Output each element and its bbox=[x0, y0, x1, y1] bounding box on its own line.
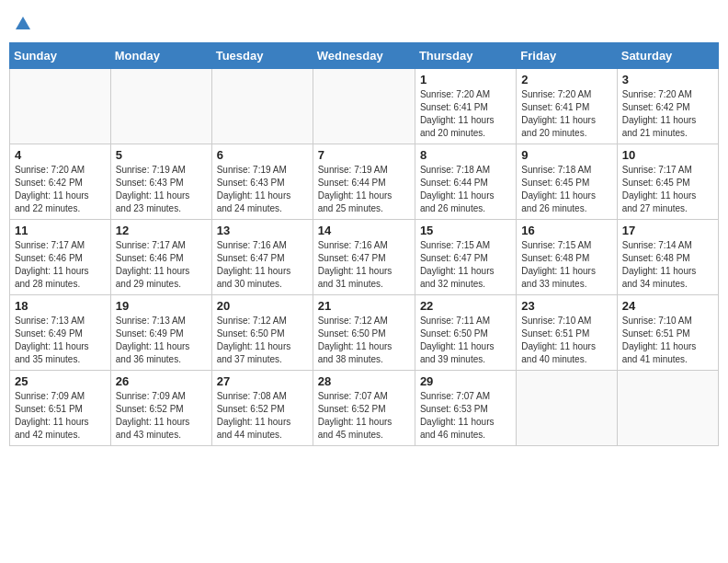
day-number: 20 bbox=[217, 299, 308, 313]
day-info: Sunrise: 7:14 AM Sunset: 6:48 PM Dayligh… bbox=[622, 239, 713, 291]
calendar-cell: 20Sunrise: 7:12 AM Sunset: 6:50 PM Dayli… bbox=[211, 294, 313, 370]
calendar-cell: 18Sunrise: 7:13 AM Sunset: 6:49 PM Dayli… bbox=[10, 294, 111, 370]
calendar-cell: 25Sunrise: 7:09 AM Sunset: 6:51 PM Dayli… bbox=[10, 370, 111, 445]
day-number: 16 bbox=[521, 224, 611, 237]
day-info: Sunrise: 7:20 AM Sunset: 6:42 PM Dayligh… bbox=[622, 88, 713, 140]
day-info: Sunrise: 7:13 AM Sunset: 6:49 PM Dayligh… bbox=[116, 315, 207, 366]
day-number: 17 bbox=[622, 224, 713, 237]
calendar-cell bbox=[617, 370, 718, 445]
calendar-cell: 8Sunrise: 7:18 AM Sunset: 6:44 PM Daylig… bbox=[415, 144, 516, 219]
day-info: Sunrise: 7:16 AM Sunset: 6:47 PM Dayligh… bbox=[318, 239, 410, 291]
calendar-cell: 6Sunrise: 7:19 AM Sunset: 6:43 PM Daylig… bbox=[211, 144, 313, 219]
calendar-cell: 4Sunrise: 7:20 AM Sunset: 6:42 PM Daylig… bbox=[10, 144, 111, 219]
day-info: Sunrise: 7:12 AM Sunset: 6:50 PM Dayligh… bbox=[318, 315, 410, 366]
calendar-cell: 16Sunrise: 7:15 AM Sunset: 6:48 PM Dayli… bbox=[517, 219, 617, 294]
day-info: Sunrise: 7:19 AM Sunset: 6:44 PM Dayligh… bbox=[318, 164, 410, 215]
day-number: 3 bbox=[622, 73, 713, 86]
calendar-cell: 14Sunrise: 7:16 AM Sunset: 6:47 PM Dayli… bbox=[313, 219, 415, 294]
day-info: Sunrise: 7:10 AM Sunset: 6:51 PM Dayligh… bbox=[622, 315, 713, 366]
calendar-cell: 19Sunrise: 7:13 AM Sunset: 6:49 PM Dayli… bbox=[110, 294, 211, 370]
day-number: 21 bbox=[318, 299, 410, 313]
day-number: 29 bbox=[420, 374, 511, 388]
day-info: Sunrise: 7:20 AM Sunset: 6:41 PM Dayligh… bbox=[521, 88, 611, 140]
day-number: 22 bbox=[420, 299, 511, 313]
calendar-header-row: SundayMondayTuesdayWednesdayThursdayFrid… bbox=[10, 42, 719, 68]
day-info: Sunrise: 7:09 AM Sunset: 6:52 PM Dayligh… bbox=[116, 390, 207, 442]
day-number: 1 bbox=[420, 73, 511, 86]
day-number: 8 bbox=[420, 148, 511, 162]
calendar-cell: 17Sunrise: 7:14 AM Sunset: 6:48 PM Dayli… bbox=[617, 219, 718, 294]
calendar-cell: 22Sunrise: 7:11 AM Sunset: 6:50 PM Dayli… bbox=[415, 294, 516, 370]
calendar-table: SundayMondayTuesdayWednesdayThursdayFrid… bbox=[9, 42, 719, 446]
calendar-cell: 9Sunrise: 7:18 AM Sunset: 6:45 PM Daylig… bbox=[517, 144, 617, 219]
day-info: Sunrise: 7:17 AM Sunset: 6:46 PM Dayligh… bbox=[116, 239, 207, 291]
col-header-tuesday: Tuesday bbox=[211, 42, 313, 68]
calendar-cell: 21Sunrise: 7:12 AM Sunset: 6:50 PM Dayli… bbox=[313, 294, 415, 370]
day-number: 26 bbox=[116, 374, 207, 388]
day-info: Sunrise: 7:19 AM Sunset: 6:43 PM Dayligh… bbox=[217, 164, 308, 215]
calendar-cell bbox=[10, 68, 111, 144]
calendar-cell: 11Sunrise: 7:17 AM Sunset: 6:46 PM Dayli… bbox=[10, 219, 111, 294]
col-header-saturday: Saturday bbox=[617, 42, 718, 68]
calendar-cell: 28Sunrise: 7:07 AM Sunset: 6:52 PM Dayli… bbox=[313, 370, 415, 445]
calendar-cell bbox=[110, 68, 211, 144]
day-info: Sunrise: 7:12 AM Sunset: 6:50 PM Dayligh… bbox=[217, 315, 308, 366]
calendar-cell: 23Sunrise: 7:10 AM Sunset: 6:51 PM Dayli… bbox=[517, 294, 617, 370]
calendar-cell: 27Sunrise: 7:08 AM Sunset: 6:52 PM Dayli… bbox=[211, 370, 313, 445]
col-header-wednesday: Wednesday bbox=[313, 42, 415, 68]
calendar-cell: 13Sunrise: 7:16 AM Sunset: 6:47 PM Dayli… bbox=[211, 219, 313, 294]
calendar-week-row: 4Sunrise: 7:20 AM Sunset: 6:42 PM Daylig… bbox=[10, 144, 719, 219]
day-info: Sunrise: 7:20 AM Sunset: 6:41 PM Dayligh… bbox=[420, 88, 511, 140]
calendar-cell bbox=[211, 68, 313, 144]
calendar-cell: 15Sunrise: 7:15 AM Sunset: 6:47 PM Dayli… bbox=[415, 219, 516, 294]
calendar-cell: 24Sunrise: 7:10 AM Sunset: 6:51 PM Dayli… bbox=[617, 294, 718, 370]
day-info: Sunrise: 7:10 AM Sunset: 6:51 PM Dayligh… bbox=[521, 315, 611, 366]
day-number: 18 bbox=[15, 299, 106, 313]
day-number: 13 bbox=[217, 224, 308, 237]
calendar-week-row: 11Sunrise: 7:17 AM Sunset: 6:46 PM Dayli… bbox=[10, 219, 719, 294]
calendar-cell: 5Sunrise: 7:19 AM Sunset: 6:43 PM Daylig… bbox=[110, 144, 211, 219]
col-header-friday: Friday bbox=[517, 42, 617, 68]
day-info: Sunrise: 7:19 AM Sunset: 6:43 PM Dayligh… bbox=[116, 164, 207, 215]
col-header-thursday: Thursday bbox=[415, 42, 516, 68]
day-number: 12 bbox=[116, 224, 207, 237]
day-info: Sunrise: 7:11 AM Sunset: 6:50 PM Dayligh… bbox=[420, 315, 511, 366]
day-number: 15 bbox=[420, 224, 511, 237]
day-number: 14 bbox=[318, 224, 410, 237]
col-header-sunday: Sunday bbox=[10, 42, 111, 68]
calendar-cell bbox=[517, 370, 617, 445]
day-info: Sunrise: 7:20 AM Sunset: 6:42 PM Dayligh… bbox=[15, 164, 106, 215]
calendar-cell bbox=[313, 68, 415, 144]
calendar-cell: 29Sunrise: 7:07 AM Sunset: 6:53 PM Dayli… bbox=[415, 370, 516, 445]
day-number: 23 bbox=[521, 299, 611, 313]
day-info: Sunrise: 7:15 AM Sunset: 6:47 PM Dayligh… bbox=[420, 239, 511, 291]
calendar-week-row: 25Sunrise: 7:09 AM Sunset: 6:51 PM Dayli… bbox=[10, 370, 719, 445]
calendar-cell: 10Sunrise: 7:17 AM Sunset: 6:45 PM Dayli… bbox=[617, 144, 718, 219]
calendar-cell: 7Sunrise: 7:19 AM Sunset: 6:44 PM Daylig… bbox=[313, 144, 415, 219]
day-info: Sunrise: 7:17 AM Sunset: 6:46 PM Dayligh… bbox=[15, 239, 106, 291]
day-number: 11 bbox=[15, 224, 106, 237]
calendar-week-row: 18Sunrise: 7:13 AM Sunset: 6:49 PM Dayli… bbox=[10, 294, 719, 370]
day-info: Sunrise: 7:09 AM Sunset: 6:51 PM Dayligh… bbox=[15, 390, 106, 442]
calendar-cell: 1Sunrise: 7:20 AM Sunset: 6:41 PM Daylig… bbox=[415, 68, 516, 144]
day-number: 28 bbox=[318, 374, 410, 388]
day-number: 25 bbox=[15, 374, 106, 388]
calendar-cell: 3Sunrise: 7:20 AM Sunset: 6:42 PM Daylig… bbox=[617, 68, 718, 144]
day-number: 7 bbox=[318, 148, 410, 162]
day-info: Sunrise: 7:18 AM Sunset: 6:44 PM Dayligh… bbox=[420, 164, 511, 215]
logo bbox=[13, 15, 31, 35]
day-number: 9 bbox=[521, 148, 611, 162]
day-info: Sunrise: 7:17 AM Sunset: 6:45 PM Dayligh… bbox=[622, 164, 713, 215]
header bbox=[9, 9, 719, 35]
day-info: Sunrise: 7:18 AM Sunset: 6:45 PM Dayligh… bbox=[521, 164, 611, 215]
day-info: Sunrise: 7:16 AM Sunset: 6:47 PM Dayligh… bbox=[217, 239, 308, 291]
calendar-cell: 2Sunrise: 7:20 AM Sunset: 6:41 PM Daylig… bbox=[517, 68, 617, 144]
day-number: 4 bbox=[15, 148, 106, 162]
day-info: Sunrise: 7:08 AM Sunset: 6:52 PM Dayligh… bbox=[217, 390, 308, 442]
day-number: 6 bbox=[217, 148, 308, 162]
calendar-cell: 12Sunrise: 7:17 AM Sunset: 6:46 PM Dayli… bbox=[110, 219, 211, 294]
day-info: Sunrise: 7:13 AM Sunset: 6:49 PM Dayligh… bbox=[15, 315, 106, 366]
day-info: Sunrise: 7:07 AM Sunset: 6:52 PM Dayligh… bbox=[318, 390, 410, 442]
day-info: Sunrise: 7:15 AM Sunset: 6:48 PM Dayligh… bbox=[521, 239, 611, 291]
logo-triangle-icon bbox=[15, 15, 31, 35]
